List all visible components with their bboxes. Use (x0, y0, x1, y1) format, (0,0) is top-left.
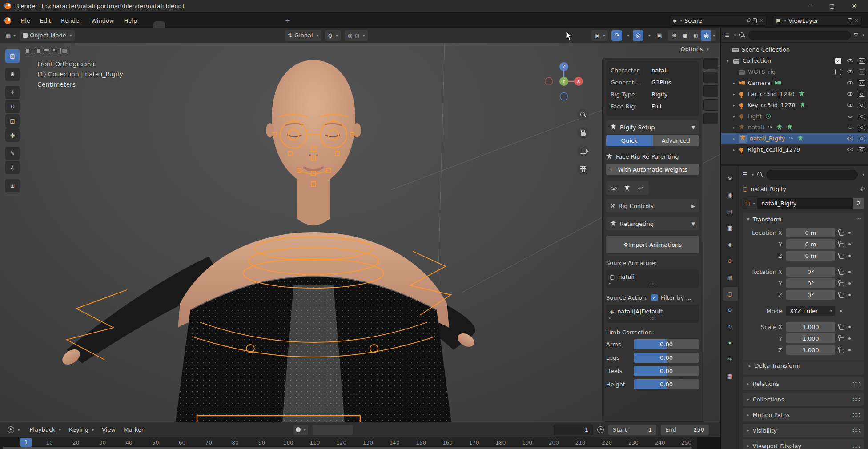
value-slider[interactable]: 0.00 (634, 366, 699, 376)
tool-button[interactable]: ⊞ (5, 179, 20, 192)
start-frame-field[interactable]: Start 1 (608, 425, 656, 435)
timeline-editor-icon[interactable]: ▾ (4, 425, 24, 435)
layout-toggle-icon[interactable] (43, 48, 50, 54)
menu-item[interactable]: Edit (35, 16, 56, 26)
show-gizmo-dropdown[interactable]: ◉▾ (591, 30, 608, 41)
transform-panel-header[interactable]: ▼ Transform (743, 213, 864, 225)
value-slider[interactable]: 0.00 (634, 339, 699, 349)
disclosure-icon[interactable]: ▾ (725, 59, 731, 63)
pose-icon[interactable] (776, 124, 783, 130)
quick-button[interactable]: Quick (606, 135, 653, 146)
value-slider[interactable]: 0.00 (634, 379, 699, 389)
hide-eye-icon[interactable] (847, 124, 854, 131)
outliner-row-scene-collection[interactable]: Scene Collection (721, 44, 868, 55)
viewport-canvas[interactable]: Front Orthographic (1) Collection | nata… (0, 43, 720, 422)
outliner-editor-icon[interactable]: ☰ (725, 32, 730, 38)
workspace-tab[interactable] (165, 21, 177, 28)
drag-grip-icon[interactable] (610, 281, 695, 286)
retargeting-header[interactable]: Retargeting ▼ (606, 217, 699, 230)
render-camera-icon[interactable] (859, 92, 865, 97)
animate-dot[interactable] (848, 243, 851, 245)
workspace-tab[interactable] (188, 21, 200, 28)
lock-icon[interactable] (839, 271, 844, 275)
transform-value-field[interactable]: 0 m ▾ (786, 239, 835, 249)
drag-grip-icon[interactable] (610, 316, 695, 321)
lock-icon[interactable] (839, 243, 844, 247)
pin-icon[interactable] (746, 18, 751, 23)
tool-button[interactable]: ◉ (5, 128, 20, 142)
properties-tab[interactable]: ▦ (723, 271, 738, 284)
hide-eye-icon[interactable] (847, 80, 854, 86)
light-data-icon[interactable] (799, 91, 805, 97)
animate-dot[interactable] (848, 337, 851, 340)
disclosure-icon[interactable]: ▸ (731, 114, 737, 119)
workspace-tab[interactable] (234, 21, 246, 28)
transform-value-field[interactable]: 0° ▾ (786, 290, 835, 300)
properties-tab[interactable]: ↻ (723, 320, 738, 333)
transform-value-field[interactable]: 1.000 ▾ (786, 345, 835, 355)
menu-item[interactable]: Help (119, 16, 142, 26)
n-panel-tab[interactable] (703, 85, 718, 97)
overlays-toggle[interactable]: ◎ (633, 30, 643, 41)
constraint-icon[interactable]: ↷ (789, 136, 793, 141)
render-camera-icon[interactable] (859, 136, 865, 141)
render-camera-icon[interactable] (859, 58, 865, 64)
menu-item[interactable]: File (16, 16, 35, 26)
animate-dot[interactable] (848, 294, 851, 296)
toggle-perspective-grid-icon[interactable] (577, 164, 589, 175)
hide-eye-icon[interactable] (847, 113, 854, 120)
value-slider[interactable]: 0.00 (634, 353, 699, 363)
light-data-icon[interactable] (766, 114, 771, 119)
collapsed-panel[interactable]: ▸ Collections (743, 393, 864, 406)
drag-grip-icon[interactable] (852, 427, 860, 434)
proportional-editing-controls[interactable]: ◎ ○▾ (345, 30, 368, 41)
material-preview-icon[interactable]: ◐ (690, 30, 701, 41)
outliner-search-input[interactable] (748, 31, 851, 40)
workspace-tab[interactable] (223, 21, 234, 28)
outliner-row-key-light[interactable]: ▸ Key_cc3iid_1278 (721, 100, 868, 111)
source-action-box[interactable]: ◈ natali|A|Default ▸ (606, 305, 699, 323)
minimize-button[interactable]: ─ (804, 3, 816, 9)
properties-editor-icon[interactable]: ☰ (743, 172, 747, 177)
properties-tab[interactable]: ◆ (723, 238, 738, 251)
reset-pose-icon[interactable]: ↩ (634, 183, 647, 193)
animate-dot[interactable] (848, 232, 851, 234)
constraint-icon[interactable]: ↷ (768, 124, 772, 130)
properties-tab[interactable]: ↷ (723, 353, 738, 366)
import-animations-button[interactable]: ✥ Import Animations (606, 236, 699, 253)
lock-icon[interactable] (839, 349, 844, 353)
transform-value-field[interactable]: 1.000 ▾ (786, 333, 835, 343)
pin-id-icon[interactable] (860, 187, 864, 191)
disclosure-icon[interactable]: ▸ (731, 125, 737, 130)
tool-button[interactable]: ✎ (5, 147, 20, 160)
n-panel-tab[interactable] (703, 58, 718, 69)
collection-checkbox[interactable]: ✓ (835, 69, 841, 75)
add-workspace-button[interactable]: + (281, 17, 295, 24)
lock-icon[interactable] (839, 232, 844, 236)
properties-tab[interactable]: ✶ (723, 337, 738, 350)
animate-dot[interactable] (848, 271, 851, 273)
properties-tab[interactable]: ▤ (723, 205, 738, 218)
animate-dot[interactable] (848, 255, 851, 257)
unlink-scene-icon[interactable]: × (759, 17, 764, 24)
lock-icon[interactable] (839, 282, 844, 286)
workspace-tab[interactable] (153, 21, 165, 28)
drag-grip-icon[interactable] (856, 217, 860, 222)
viewport-menu-item[interactable] (94, 34, 103, 37)
new-scene-icon[interactable] (753, 18, 757, 23)
hide-eye-icon[interactable] (847, 146, 854, 153)
timeline-ruler[interactable]: 1020304050607080901001101201301401501601… (0, 437, 720, 449)
outliner-row-right-light[interactable]: ▸ Right_cc3iid_1279 (721, 144, 868, 155)
viewport-menu-item[interactable] (76, 34, 85, 37)
source-armature-box[interactable]: ▢ natali ▸ (606, 270, 699, 288)
animate-dot[interactable] (848, 349, 851, 351)
armature-data-icon[interactable] (797, 136, 804, 141)
transform-value-field[interactable]: 0 m ▾ (786, 228, 835, 237)
outliner-row-light[interactable]: ▸ Light (721, 111, 868, 122)
hide-eye-icon[interactable] (847, 102, 854, 108)
outliner-row-collection[interactable]: ▾ Collection ✓ (721, 55, 868, 66)
outliner-row-camera[interactable]: ▸ Camera (721, 77, 868, 88)
drag-grip-icon[interactable] (852, 381, 860, 387)
render-camera-icon[interactable] (859, 103, 865, 108)
delta-transform-row[interactable]: ▸ Delta Transform (743, 360, 864, 371)
